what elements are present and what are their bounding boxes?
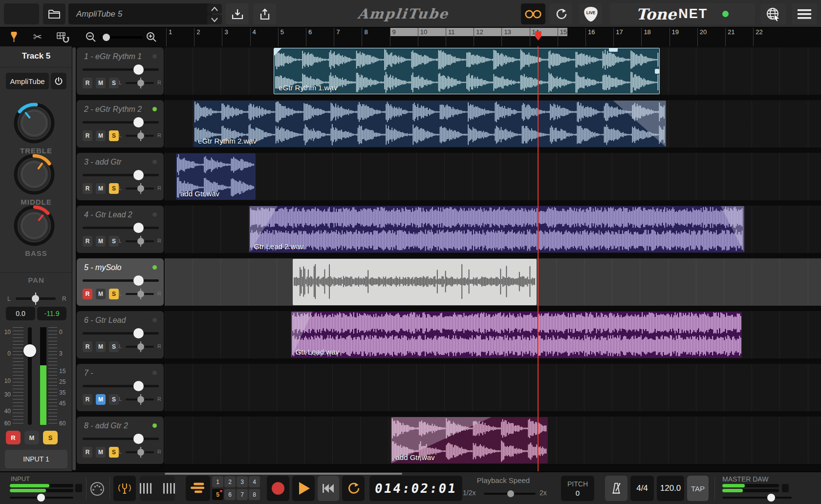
midi-button[interactable]	[89, 481, 106, 499]
tracklist-scrollbar-thumb[interactable]	[72, 47, 76, 470]
track-pan-knob[interactable]	[137, 132, 144, 139]
preset-next-button[interactable]	[207, 15, 222, 24]
audio-clip-add Gtr.wav[interactable]: add Gtr.wav	[176, 153, 256, 200]
clip-loop-handle[interactable]	[609, 48, 618, 52]
m-button[interactable]: M	[96, 289, 106, 299]
zoom-slider-knob[interactable]	[103, 34, 110, 41]
pan-value-box[interactable]: 0.0	[6, 307, 35, 320]
volume-value-box[interactable]: -11.9	[37, 307, 66, 320]
m-button[interactable]: M	[96, 236, 106, 247]
play-button[interactable]	[292, 476, 315, 501]
track-pad-3[interactable]: 3	[237, 476, 248, 487]
recorder-tab-button[interactable]	[521, 3, 545, 24]
track-header-3[interactable]: 3 - add GtrRMSLR	[77, 153, 164, 200]
network-button[interactable]	[760, 3, 786, 24]
audio-clip-Gtr Lead.wav[interactable]: Gtr Lead.wav	[291, 312, 742, 358]
preset-prev-button[interactable]	[207, 4, 222, 14]
track-pan-slider[interactable]	[126, 188, 154, 189]
track-pad-6[interactable]: 6	[224, 489, 236, 500]
s-button[interactable]: S	[109, 183, 119, 194]
open-preset-button[interactable]	[43, 3, 65, 24]
rewind-button[interactable]	[318, 476, 339, 501]
m-button[interactable]: M	[96, 130, 106, 141]
clip-fade-handle[interactable]	[274, 48, 281, 56]
track-header-7[interactable]: 7 -RMSLR	[77, 364, 164, 411]
input-gain-knob[interactable]	[37, 494, 45, 502]
m-button[interactable]: M	[96, 394, 106, 405]
track-volume-knob[interactable]	[133, 328, 144, 338]
track-pan-knob[interactable]	[137, 449, 144, 456]
zoom-in-button[interactable]	[145, 28, 158, 46]
plugin-power-button[interactable]	[51, 73, 66, 89]
track-volume-knob[interactable]	[133, 434, 144, 444]
track-volume-knob[interactable]	[133, 223, 144, 233]
arrange-area[interactable]: eGtr Rythm 1.waveGtr Rythm 2.wavadd Gtr.…	[165, 46, 821, 471]
master-volume-slider[interactable]	[722, 497, 792, 499]
volume-fader-track[interactable]	[28, 327, 32, 425]
track-pan-knob[interactable]	[137, 185, 144, 192]
m-button[interactable]: M	[96, 183, 106, 194]
m-button[interactable]: M	[96, 447, 106, 458]
r-button[interactable]: R	[83, 183, 92, 194]
audio-clip-add Gtr.wav[interactable]: add Gtr.wav	[391, 417, 548, 463]
track-volume-knob[interactable]	[133, 117, 144, 127]
live-mode-button[interactable]: LIVE	[579, 3, 602, 24]
track-volume-slider[interactable]	[83, 227, 159, 229]
track-volume-knob[interactable]	[133, 64, 144, 75]
pitch-control[interactable]: PITCH 0	[561, 476, 594, 501]
tonenet-button[interactable]: Tone NET	[610, 3, 755, 25]
track-pan-slider[interactable]	[126, 240, 154, 242]
track-pad-5[interactable]: 5	[212, 489, 223, 500]
chord-view-button[interactable]	[140, 476, 175, 501]
track-volume-knob[interactable]	[133, 170, 144, 180]
m-button[interactable]: M	[96, 78, 106, 88]
master-volume-knob[interactable]	[767, 494, 775, 502]
track-pan-slider[interactable]	[126, 399, 154, 400]
preset-slot-button[interactable]	[4, 3, 39, 24]
track-pan-knob[interactable]	[137, 80, 144, 86]
record-arm-button[interactable]: R	[6, 431, 21, 444]
plugin-button[interactable]: AmpliTube	[6, 73, 49, 89]
track-header-4[interactable]: 4 - Gtr Lead 2RMSLR	[77, 206, 164, 253]
track-volume-knob[interactable]	[133, 275, 144, 286]
bass-knob[interactable]	[12, 203, 57, 248]
playback-speed-slider[interactable]	[484, 493, 536, 495]
track-pad-7[interactable]: 7	[237, 489, 248, 500]
track-header-8[interactable]: 8 - add Gtr 2RMSLR	[77, 417, 164, 464]
input-gain-slider[interactable]	[10, 497, 73, 499]
track-pan-knob[interactable]	[137, 343, 144, 350]
track-pan-slider[interactable]	[126, 82, 154, 84]
horizontal-scrollbar[interactable]	[165, 473, 402, 475]
s-button[interactable]: S	[109, 447, 119, 458]
tracks-view-button[interactable]	[186, 476, 210, 501]
input-select-button[interactable]: INPUT 1	[5, 450, 67, 468]
track-pad-8[interactable]: 8	[249, 489, 260, 500]
track-volume-slider[interactable]	[83, 68, 159, 71]
time-display[interactable]: 014:02:01	[369, 476, 462, 501]
track-volume-slider[interactable]	[83, 279, 159, 282]
save-preset-button[interactable]	[226, 3, 249, 24]
s-button[interactable]: S	[109, 78, 119, 88]
s-button[interactable]: S	[109, 341, 119, 352]
r-button[interactable]: R	[83, 447, 92, 458]
menu-button[interactable]	[792, 3, 817, 24]
r-button[interactable]: R	[83, 130, 92, 141]
track-lane-3[interactable]	[165, 153, 821, 200]
marker-tool-button[interactable]	[7, 28, 21, 46]
treble-knob[interactable]	[12, 101, 57, 146]
audio-clip-eGtr Rythm 1.wav[interactable]: eGtr Rythm 1.wav	[274, 48, 660, 94]
r-button[interactable]: R	[83, 78, 92, 88]
zoom-slider[interactable]	[100, 36, 143, 39]
tuner-button[interactable]	[113, 476, 136, 501]
track-pan-slider[interactable]	[126, 135, 154, 137]
mute-button[interactable]: M	[24, 431, 39, 444]
middle-knob[interactable]	[12, 152, 57, 197]
split-tool-button[interactable]: ✂	[30, 28, 45, 46]
track-pan-knob[interactable]	[137, 396, 144, 403]
r-button[interactable]: R	[83, 394, 92, 405]
r-button[interactable]: R	[83, 289, 92, 299]
s-button[interactable]: S	[109, 130, 119, 141]
track-pan-slider[interactable]	[126, 293, 154, 295]
track-volume-slider[interactable]	[83, 385, 159, 387]
track-pan-knob[interactable]	[137, 291, 144, 297]
